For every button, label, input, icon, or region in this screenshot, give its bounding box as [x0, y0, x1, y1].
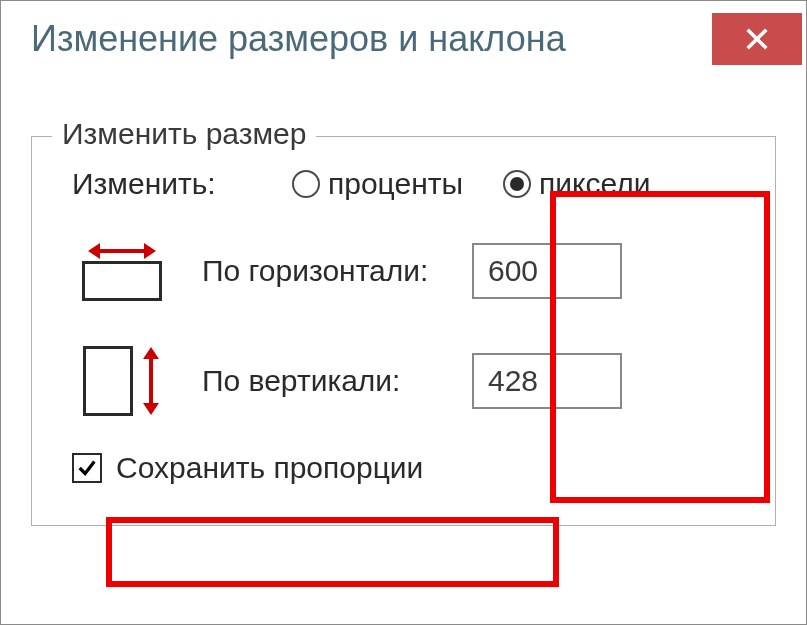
keep-aspect-row: Сохранить пропорции — [52, 451, 755, 485]
vertical-row: По вертикали: — [52, 341, 755, 421]
radio-percent-label: проценты — [328, 167, 463, 201]
resize-skew-dialog: Изменение размеров и наклона Изменить ра… — [0, 0, 807, 625]
horizontal-label: По горизонтали: — [202, 253, 442, 289]
radio-pixels[interactable]: пиксели — [503, 167, 650, 201]
keep-aspect-label: Сохранить пропорции — [116, 451, 423, 485]
radio-percent[interactable]: проценты — [292, 167, 463, 201]
close-button[interactable] — [712, 13, 802, 65]
horizontal-input[interactable] — [472, 243, 622, 299]
resize-fieldset: Изменить размер Изменить: проценты пиксе… — [31, 136, 776, 526]
horizontal-row: По горизонтали: — [52, 231, 755, 311]
horizontal-resize-icon — [72, 231, 172, 311]
dialog-title: Изменение размеров и наклона — [31, 18, 566, 60]
radio-pixels-circle — [503, 170, 531, 198]
radio-percent-circle — [292, 170, 320, 198]
vertical-resize-icon — [72, 341, 172, 421]
vertical-label: По вертикали: — [202, 363, 442, 399]
vertical-input[interactable] — [472, 353, 622, 409]
unit-row: Изменить: проценты пиксели — [52, 167, 755, 201]
unit-prompt: Изменить: — [72, 167, 252, 201]
highlight-keep-aspect — [106, 517, 559, 587]
radio-pixels-label: пиксели — [539, 167, 650, 201]
dialog-content: Изменить размер Изменить: проценты пиксе… — [1, 76, 806, 546]
titlebar: Изменение размеров и наклона — [1, 1, 806, 76]
close-icon — [743, 25, 771, 53]
keep-aspect-checkbox[interactable] — [72, 453, 102, 483]
check-icon — [76, 457, 98, 479]
resize-legend: Изменить размер — [52, 117, 316, 151]
